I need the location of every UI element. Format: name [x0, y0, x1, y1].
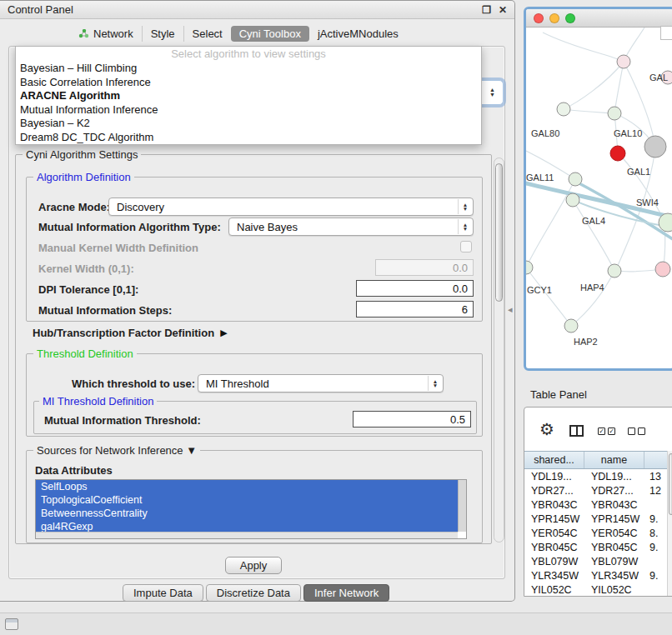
tab-select[interactable]: Select	[183, 26, 231, 42]
attribute-item[interactable]: TopologicalCoefficient	[36, 493, 458, 507]
network-node[interactable]	[526, 261, 533, 274]
table-scrollbar[interactable]	[667, 451, 672, 596]
table-row[interactable]: YER054CYER054C8.	[524, 526, 672, 540]
settings-scrollbar[interactable]	[494, 158, 504, 542]
network-node[interactable]	[564, 319, 578, 332]
gear-icon[interactable]: ⚙	[539, 421, 554, 438]
attributes-scrollbar-horizontal[interactable]	[36, 532, 458, 538]
table-row[interactable]: YDL19...YDL19...13	[524, 469, 672, 483]
manual-kernel-checkbox[interactable]	[460, 241, 472, 252]
network-node[interactable]	[557, 102, 570, 116]
network-node[interactable]	[566, 193, 579, 207]
tab-label: Style	[151, 28, 175, 40]
column-header-shared[interactable]: shared...	[524, 452, 584, 468]
mi-type-select[interactable]: Naive Bayes ▲▼	[228, 218, 474, 236]
algorithm-option[interactable]: Mutual Information Inference	[16, 103, 481, 118]
attribute-item[interactable]: SelfLoops	[36, 480, 458, 493]
aracne-mode-select[interactable]: Discovery ▲▼	[108, 198, 474, 216]
column-header-name[interactable]: name	[584, 452, 644, 468]
network-node[interactable]	[655, 262, 670, 277]
node-label: SWI4	[636, 198, 659, 208]
network-node[interactable]	[610, 146, 625, 161]
algorithm-option-list: Bayesian – Hill ClimbingBasic Correlatio…	[16, 62, 481, 144]
algorithm-option[interactable]: Bayesian – Hill Climbing	[16, 62, 481, 76]
network-node[interactable]	[644, 136, 666, 158]
algorithm-option[interactable]: Bayesian – K2	[16, 117, 481, 131]
algorithm-definition-group: Algorithm Definition Aracne Mode: Discov…	[26, 177, 483, 322]
apply-button[interactable]: Apply	[225, 557, 282, 574]
close-traffic-light[interactable]	[534, 13, 544, 23]
table-row[interactable]: YDR27...YDR27...12	[524, 483, 672, 498]
data-attributes-list[interactable]: SelfLoopsTopologicalCoefficientBetweenne…	[35, 479, 467, 539]
float-window-icon[interactable]: ❐	[482, 4, 491, 16]
network-node[interactable]	[608, 264, 621, 278]
algorithm-option[interactable]: Dream8 DC_TDC Algorithm	[16, 131, 481, 145]
which-threshold-select[interactable]: MI Threshold ▲▼	[198, 374, 444, 392]
combo-arrows-icon: ▲▼	[458, 199, 472, 214]
node-label: HAP4	[580, 282, 604, 292]
dpi-tolerance-field[interactable]: 0.0	[356, 280, 474, 297]
table-row[interactable]: YBR045CYBR045C9.	[524, 540, 672, 554]
table-row[interactable]: YBL079WYBL079W	[524, 554, 672, 568]
table-row[interactable]: YIL052CYIL052C	[524, 582, 672, 596]
network-graph[interactable]: GALGAL80GAL10GAL11GAL1SWI4GAL4GCY1HAP4HA…	[526, 28, 672, 371]
algorithm-option[interactable]: ARACNE Algorithm	[16, 89, 481, 103]
table-cell: YBR043C	[524, 499, 584, 511]
which-threshold-value: MI Threshold	[206, 378, 269, 390]
deselect-all-icon[interactable]	[628, 428, 645, 435]
hub-definition-toggle[interactable]: Hub/Transcription Factor Definition ▶	[33, 327, 228, 339]
network-node[interactable]	[608, 107, 621, 120]
table-cell: YER054C	[584, 528, 644, 539]
mi-threshold-field[interactable]: 0.5	[353, 411, 471, 428]
table-cell: YPR145W	[524, 513, 584, 525]
mi-steps-field[interactable]: 6	[356, 301, 474, 318]
minimize-traffic-light[interactable]	[549, 13, 559, 23]
combo-arrows-icon: ▲▼	[428, 376, 442, 391]
sources-group: Sources for Network Inference ▼ Data Att…	[26, 450, 483, 543]
table-row[interactable]: YBR043CYBR043C	[524, 498, 672, 512]
algorithm-option[interactable]: Basic Correlation Inference	[16, 76, 481, 90]
tab-cyni-toolbox[interactable]: Cyni Toolbox	[231, 26, 309, 42]
tab-style[interactable]: Style	[142, 26, 183, 42]
scrollbar-thumb[interactable]	[495, 163, 503, 302]
network-window-titlebar[interactable]	[526, 9, 672, 28]
algorithm-select-arrows[interactable]: ▲▼	[481, 80, 504, 105]
network-edge	[526, 268, 571, 326]
hub-definition-label: Hub/Transcription Factor Definition	[33, 327, 214, 339]
tab-jactivemnodules[interactable]: jActiveMNodules	[309, 26, 407, 42]
mini-window-icon[interactable]	[5, 618, 18, 630]
table-cell: YBL079W	[584, 556, 644, 568]
panel-splitter-arrow[interactable]: ◂	[508, 304, 513, 315]
network-node[interactable]	[617, 55, 630, 68]
mi-type-label: Mutual Information Algorithm Type:	[38, 221, 221, 233]
attribute-item[interactable]: BetweennessCentrality	[36, 507, 458, 520]
table-header-row[interactable]: shared...name	[524, 451, 672, 469]
bottom-tab-infer-network[interactable]: Infer Network	[303, 584, 389, 602]
sources-group-title[interactable]: Sources for Network Inference ▼	[33, 444, 200, 457]
table-cell: YDL19...	[524, 471, 584, 482]
bottom-tab-discretize-data[interactable]: Discretize Data	[206, 584, 301, 602]
table-body: YDL19...YDL19...13YDR27...YDR27...12YBR0…	[524, 469, 672, 596]
select-all-icon[interactable]: ✓✓	[598, 428, 615, 435]
control-panel-titlebar[interactable]: Control Panel ❐ ✕	[0, 1, 514, 19]
expand-right-icon: ▶	[220, 328, 227, 338]
insert-column-icon[interactable]	[569, 425, 584, 437]
table-cell: YBR043C	[584, 499, 644, 511]
bottom-tab-impute-data[interactable]: Impute Data	[123, 584, 203, 602]
table-cell: YPR145W	[584, 513, 644, 525]
kernel-width-field[interactable]: 0.0	[375, 259, 474, 276]
attributes-scrollbar-vertical[interactable]	[458, 480, 466, 532]
tab-network[interactable]: Network	[70, 26, 142, 42]
close-window-icon[interactable]: ✕	[499, 4, 507, 16]
network-node[interactable]	[569, 172, 582, 186]
bottom-tab-bar: Impute DataDiscretize DataInfer Network	[123, 584, 389, 602]
which-threshold-label: Which threshold to use:	[72, 378, 195, 390]
tab-label: Cyni Toolbox	[239, 28, 301, 40]
node-label: GAL10	[614, 128, 642, 138]
window-title: Control Panel	[8, 3, 73, 16]
table-cell: YDR27...	[524, 485, 584, 497]
table-cell: YDL19...	[584, 471, 644, 482]
table-row[interactable]: YPR145WYPR145W9.	[524, 512, 672, 526]
zoom-traffic-light[interactable]	[565, 13, 575, 23]
table-row[interactable]: YLR345WYLR345W9.	[524, 568, 672, 582]
